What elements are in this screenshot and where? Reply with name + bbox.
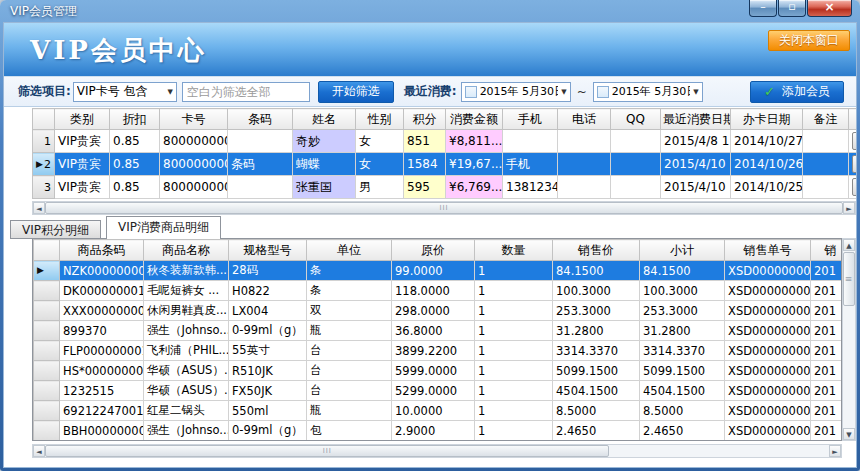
column-header-barcode[interactable]: 条码 <box>228 109 293 130</box>
cell-note <box>803 176 849 199</box>
close-button[interactable]: × <box>807 0 852 17</box>
table-row[interactable]: BBH000000001强生（Johnso...0-99ml（g）包2.9000… <box>34 421 843 441</box>
scrollbar-thumb[interactable]: ≡ <box>843 252 855 306</box>
scroll-right-icon[interactable]: ► <box>829 445 841 457</box>
table-row[interactable]: 1232515华硕（ASUS）...FX50JK台5299.000014504.… <box>34 381 843 401</box>
table-row[interactable]: 3VIP贵宾0.8580000000001张重国男595¥6,769....13… <box>33 176 857 199</box>
table-row[interactable]: HS*000000002华硕（ASUS）...R510JK台5999.00001… <box>34 361 843 381</box>
cell-barcode: BBH000000001 <box>60 421 144 441</box>
cell-name: 红星二锅头 <box>144 401 229 421</box>
tab-vip-consume-products[interactable]: VIP消费商品明细 <box>106 216 221 239</box>
table-row[interactable]: ▶2VIP贵宾0.8580000000002条码蝴蝶女1584¥19,67...… <box>33 153 857 176</box>
cell-ind: 1 <box>33 130 55 153</box>
date-to-picker[interactable]: 2015年 5月30日 ▼ <box>593 82 703 102</box>
column-header-discount[interactable]: 折扣 <box>110 109 160 130</box>
column-header-barcode[interactable]: 商品条码 <box>60 240 144 261</box>
members-horizontal-scrollbar[interactable]: ◄ III ► <box>32 201 856 215</box>
table-row[interactable]: FLP000000001飞利浦（PHIL...55英寸台3899.2200133… <box>34 341 843 361</box>
column-header-spec[interactable]: 规格型号 <box>229 240 307 261</box>
titlebar[interactable]: VIP会员管理 – ▫ × <box>0 0 860 22</box>
date-from-checkbox[interactable] <box>465 86 477 98</box>
table-row[interactable]: ▶NZK000000001秋冬装新款韩...28码条99.0000184.150… <box>34 261 843 281</box>
scrollbar-track[interactable]: ≡ <box>843 251 855 428</box>
column-header-sale_price[interactable]: 销售价 <box>553 240 640 261</box>
column-header-points[interactable]: 积分 <box>404 109 446 130</box>
cell-sale_price: 84.1500 <box>553 261 640 281</box>
products-horizontal-scrollbar[interactable]: ◄ III ► <box>32 444 842 458</box>
filter-input[interactable] <box>182 82 310 102</box>
scroll-down-icon[interactable]: ▼ <box>843 428 855 440</box>
column-header-name[interactable]: 姓名 <box>293 109 356 130</box>
scrollbar-thumb[interactable]: III <box>45 202 843 214</box>
cell-phone <box>558 153 611 176</box>
cell-points: 1584 <box>404 153 446 176</box>
cell-qty: 1 <box>475 261 553 281</box>
column-header-order_no[interactable]: 销售单号 <box>725 240 811 261</box>
scroll-up-icon[interactable]: ▲ <box>843 239 855 251</box>
edit-row-button[interactable]: 修 <box>852 155 856 173</box>
column-header-gender[interactable]: 性别 <box>356 109 404 130</box>
minimize-button[interactable]: – <box>749 0 777 17</box>
start-filter-button[interactable]: 开始筛选 <box>318 81 394 103</box>
cell-subtotal: 31.2800 <box>640 321 725 341</box>
cell-price: 36.8000 <box>392 321 475 341</box>
close-window-button[interactable]: 关闭本窗口 <box>768 30 850 51</box>
column-header-edit[interactable]: 修 <box>849 109 857 130</box>
table-row[interactable]: 899370强生（Johnso...0-99ml（g）瓶36.8000131.2… <box>34 321 843 341</box>
scroll-left-icon[interactable]: ◄ <box>33 445 45 457</box>
edit-row-button[interactable]: 修 <box>852 132 856 150</box>
column-header-subtotal[interactable]: 小计 <box>640 240 725 261</box>
cell-points: 595 <box>404 176 446 199</box>
filter-field-select[interactable]: VIP卡号 包含 ▼ <box>73 82 177 102</box>
cell-ind <box>34 301 60 321</box>
cell-unit: 双 <box>307 301 392 321</box>
column-header-mobile[interactable]: 手机 <box>503 109 558 130</box>
cell-unit: 台 <box>307 341 392 361</box>
column-header-date[interactable]: 销 <box>811 240 843 261</box>
table-row[interactable]: XXX000000001休闲男鞋真皮...LX004双298.00001253.… <box>34 301 843 321</box>
table-row[interactable]: DK000000001毛呢短裤女 ...H0822条118.00001100.3… <box>34 281 843 301</box>
scrollbar-thumb[interactable]: III <box>45 445 609 457</box>
column-header-qq[interactable]: QQ <box>611 109 661 130</box>
cell-order_no: XSD00000000044 <box>725 261 811 281</box>
cell-spec: 55英寸 <box>229 341 307 361</box>
table-row[interactable]: 1VIP贵宾0.8580000000003奇妙女851¥8,811....201… <box>33 130 857 153</box>
products-vertical-scrollbar[interactable]: ▲ ≡ ▼ <box>842 238 856 441</box>
scroll-left-icon[interactable]: ◄ <box>33 202 45 214</box>
edit-row-button[interactable]: 修 <box>852 178 856 196</box>
column-header-join_date[interactable]: 办卡日期 <box>731 109 803 130</box>
column-header-category[interactable]: 类别 <box>55 109 110 130</box>
cell-spec: 0-99ml（g） <box>229 321 307 341</box>
column-header-last_date[interactable]: 最近消费日期 <box>661 109 731 130</box>
cell-price: 3899.2200 <box>392 341 475 361</box>
maximize-button[interactable]: ▫ <box>778 0 806 17</box>
column-header-note[interactable]: 备注 <box>803 109 849 130</box>
column-header-qty[interactable]: 数量 <box>475 240 553 261</box>
scroll-right-icon[interactable]: ► <box>843 202 855 214</box>
cell-phone <box>558 176 611 199</box>
column-header-phone[interactable]: 电话 <box>558 109 611 130</box>
column-header-name[interactable]: 商品名称 <box>144 240 229 261</box>
cell-qty: 1 <box>475 301 553 321</box>
column-header-card[interactable]: 卡号 <box>160 109 228 130</box>
scrollbar-track[interactable]: III <box>45 445 829 457</box>
cell-date: 201 <box>811 261 843 281</box>
tab-vip-points-detail[interactable]: VIP积分明细 <box>10 220 101 239</box>
cell-ind <box>34 361 60 381</box>
cell-order_no: XSD00000000018 <box>725 341 811 361</box>
add-member-button[interactable]: ✓ 添加会员 <box>750 81 844 103</box>
column-header-unit[interactable]: 单位 <box>307 240 392 261</box>
column-header-amount[interactable]: 消费金额 <box>446 109 503 130</box>
cell-subtotal: 3314.3370 <box>640 341 725 361</box>
date-from-picker[interactable]: 2015年 5月30日 ▼ <box>461 82 571 102</box>
table-row[interactable]: 6921224700153红星二锅头550ml瓶10.000018.50008.… <box>34 401 843 421</box>
cell-sale_price: 8.5000 <box>553 401 640 421</box>
cell-order_no: XSD00000000018 <box>725 401 811 421</box>
scrollbar-track[interactable]: III <box>45 202 843 214</box>
date-to-checkbox[interactable] <box>597 86 609 98</box>
column-header-price[interactable]: 原价 <box>392 240 475 261</box>
recent-consume-label: 最近消费: <box>404 83 457 100</box>
cell-name: 蝴蝶 <box>293 153 356 176</box>
cell-date: 201 <box>811 361 843 381</box>
cell-price: 298.0000 <box>392 301 475 321</box>
